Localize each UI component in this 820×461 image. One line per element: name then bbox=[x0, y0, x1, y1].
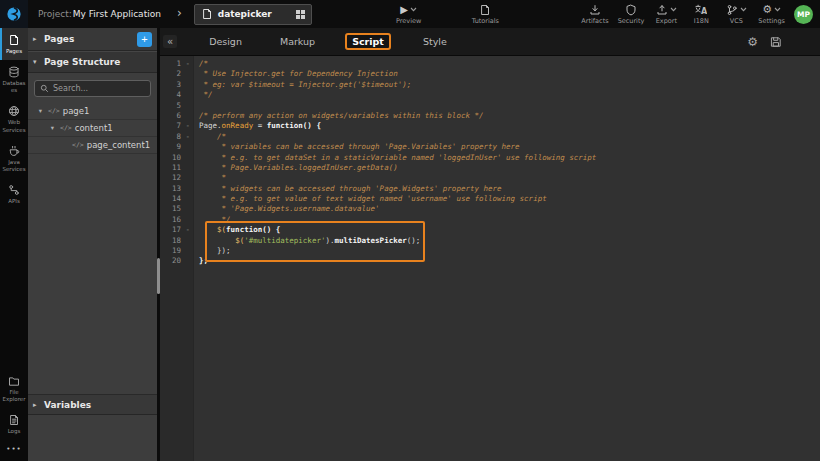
page-settings-gear-icon[interactable]: ⚙ bbox=[747, 35, 758, 49]
sidebar-item-java-services[interactable]: Java Services bbox=[0, 139, 28, 178]
chevron-down-icon bbox=[670, 7, 677, 12]
search-input[interactable]: Search... bbox=[34, 80, 151, 97]
caret-down-icon[interactable]: ▾ bbox=[36, 107, 45, 115]
add-page-button[interactable]: + bbox=[137, 32, 152, 47]
line-number[interactable]: 19 bbox=[160, 246, 193, 256]
search-icon bbox=[40, 84, 49, 93]
line-number[interactable]: 4 bbox=[160, 90, 193, 100]
tree-item-content1[interactable]: ▾</>content1 bbox=[28, 120, 157, 137]
line-number[interactable]: 15 bbox=[160, 204, 193, 214]
line-number[interactable]: 16 bbox=[160, 215, 193, 225]
wavemaker-studio-window: Project:My First Application › datepicke… bbox=[0, 0, 820, 461]
line-number[interactable]: 6 bbox=[160, 111, 193, 121]
line-number[interactable]: 7- bbox=[160, 121, 193, 131]
code-line: }; bbox=[199, 256, 820, 266]
code-line: */ bbox=[199, 215, 820, 225]
code-line: * widgets can be accessed through 'Page.… bbox=[199, 184, 820, 194]
collapse-panel-icon[interactable]: « bbox=[163, 35, 177, 48]
fold-marker-icon[interactable]: - bbox=[185, 132, 190, 142]
api-icon bbox=[8, 184, 20, 196]
topbar: Project:My First Application › datepicke… bbox=[0, 0, 820, 28]
project-name: My First Application bbox=[73, 9, 161, 19]
sidebar-item-databases[interactable]: Databases bbox=[0, 60, 28, 99]
sidebar-item-web-services[interactable]: Web Services bbox=[0, 99, 28, 138]
save-icon[interactable] bbox=[770, 36, 782, 48]
caret-down-icon: ▾ bbox=[33, 58, 44, 66]
line-number[interactable]: 14 bbox=[160, 194, 193, 204]
ellipsis-icon: ••• bbox=[6, 446, 21, 452]
line-number[interactable]: 2 bbox=[160, 69, 193, 79]
fold-marker-icon[interactable]: - bbox=[185, 59, 190, 69]
pages-section-header[interactable]: ▸ Pages + bbox=[28, 28, 157, 51]
topbar-action-tutorials[interactable]: Tutorials bbox=[472, 3, 499, 25]
panel-footer-area bbox=[28, 415, 157, 461]
coffee-icon bbox=[8, 145, 20, 157]
widget-code-icon: </> bbox=[60, 124, 72, 132]
app-logo-icon[interactable] bbox=[0, 0, 28, 28]
page-structure-header[interactable]: ▾ Page Structure bbox=[28, 51, 157, 73]
code-line: * e.g. to get value of text widget named… bbox=[199, 194, 820, 204]
tree-item-page-content1[interactable]: </>page_content1 bbox=[28, 137, 157, 154]
line-number[interactable]: 13 bbox=[160, 184, 193, 194]
sidebar-item-apis[interactable]: APIs bbox=[0, 178, 28, 210]
code-line: }); bbox=[199, 246, 820, 256]
pages-icon bbox=[8, 34, 20, 46]
topbar-action-security[interactable]: Security bbox=[618, 3, 645, 25]
code-line: * 'Page.Widgets.username.datavalue' bbox=[199, 204, 820, 214]
topbar-action-preview[interactable]: ▶Preview bbox=[396, 3, 422, 25]
line-number[interactable]: 20 bbox=[160, 256, 193, 266]
code-line bbox=[199, 101, 820, 111]
code-line: Page.onReady = function() { bbox=[199, 121, 820, 131]
line-number[interactable]: 18 bbox=[160, 236, 193, 246]
line-number[interactable]: 3 bbox=[160, 80, 193, 90]
sidebar-item-more[interactable]: ••• bbox=[0, 440, 28, 457]
topbar-action-vcs[interactable]: VCS bbox=[723, 3, 749, 25]
topbar-action-i18n[interactable]: AI18N bbox=[688, 3, 714, 25]
topbar-action-artifacts[interactable]: Artifacts bbox=[581, 3, 608, 25]
line-number[interactable]: 17- bbox=[160, 225, 193, 235]
tab-markup[interactable]: Markup bbox=[274, 33, 321, 50]
sidebar-item-file-explorer[interactable]: File Explorer bbox=[0, 369, 28, 408]
sidebar-item-pages[interactable]: Pages bbox=[0, 28, 28, 60]
tree-item-page1[interactable]: ▾</>page1 bbox=[28, 103, 157, 120]
page-selector-value: datepicker bbox=[218, 9, 296, 19]
topbar-action-settings[interactable]: ⚙Settings bbox=[758, 3, 785, 25]
project-prefix: Project: bbox=[38, 9, 72, 19]
avatar[interactable]: MP bbox=[794, 5, 813, 24]
code-line: /* bbox=[199, 132, 820, 142]
caret-down-icon[interactable]: ▾ bbox=[48, 124, 57, 132]
code-line: * eg: var $timeout = Injector.get('$time… bbox=[199, 80, 820, 90]
line-number[interactable]: 5 bbox=[160, 101, 193, 111]
fold-marker-icon[interactable]: - bbox=[185, 225, 190, 235]
code-line: $(function() { bbox=[199, 225, 820, 235]
code-editor[interactable]: 1-234567-8-91011121314151617-181920 /* *… bbox=[160, 56, 820, 461]
tab-script[interactable]: Script bbox=[345, 33, 391, 50]
chevron-down-icon bbox=[774, 7, 781, 12]
line-number[interactable]: 9 bbox=[160, 142, 193, 152]
tab-style[interactable]: Style bbox=[417, 33, 453, 50]
pages-panel: ▸ Pages + ▾ Page Structure Search... ▾</… bbox=[28, 28, 157, 461]
code-line: * bbox=[199, 173, 820, 183]
pages-section-label: Pages bbox=[44, 34, 137, 44]
chevron-down-icon bbox=[740, 7, 747, 12]
variables-section-label: Variables bbox=[44, 400, 152, 410]
code-line: $('#multidatepicker').multiDatesPicker()… bbox=[199, 236, 820, 246]
grid-icon[interactable] bbox=[296, 10, 305, 19]
chevron-down-icon bbox=[410, 7, 417, 12]
sidebar-item-logs[interactable]: Logs bbox=[0, 408, 28, 440]
page-selector-dropdown[interactable]: datepicker bbox=[194, 4, 312, 25]
line-number[interactable]: 10 bbox=[160, 153, 193, 163]
line-number[interactable]: 8- bbox=[160, 132, 193, 142]
page-icon bbox=[201, 8, 213, 20]
line-number[interactable]: 11 bbox=[160, 163, 193, 173]
line-number[interactable]: 1- bbox=[160, 59, 193, 69]
code-line: * Page.Variables.loggedInUser.getData() bbox=[199, 163, 820, 173]
tab-design[interactable]: Design bbox=[203, 33, 248, 50]
fold-marker-icon[interactable]: - bbox=[185, 121, 190, 131]
topbar-action-export[interactable]: Export bbox=[653, 3, 679, 25]
left-rail: PagesDatabasesWeb ServicesJava ServicesA… bbox=[0, 28, 28, 461]
variables-section-header[interactable]: ▸ Variables bbox=[28, 394, 157, 415]
widget-code-icon: </> bbox=[48, 107, 60, 115]
line-number[interactable]: 12 bbox=[160, 173, 193, 183]
code-content[interactable]: /* * Use Injector.get for Dependency Inj… bbox=[195, 56, 820, 461]
